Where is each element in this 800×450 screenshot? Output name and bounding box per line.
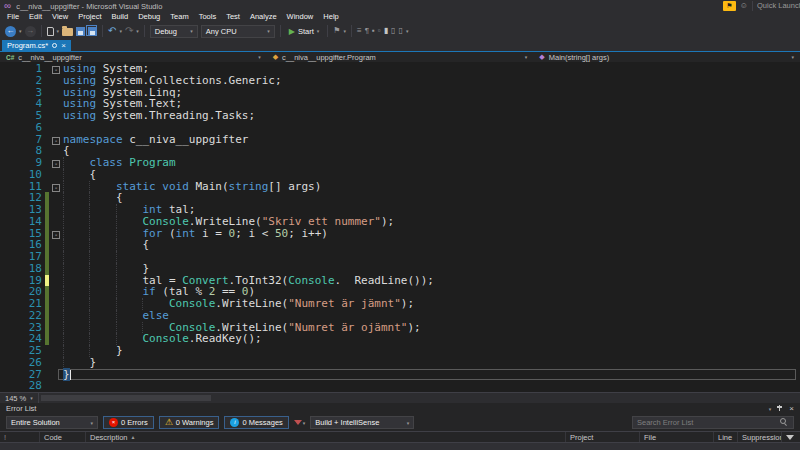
toolbar-separator xyxy=(144,25,145,37)
solution-platform-value: Any CPU xyxy=(206,27,237,36)
menu-debug[interactable]: Debug xyxy=(133,12,165,22)
navigate-backward-icon[interactable]: ← xyxy=(5,26,16,37)
type-dropdown[interactable]: ◆ c__niva__uppgifter.Program ▾ xyxy=(267,52,534,62)
column-header-description[interactable]: Description▲ xyxy=(86,432,566,442)
close-window-icon[interactable]: × xyxy=(789,404,794,413)
code-line-26[interactable]: 26 } xyxy=(0,357,800,369)
notifications-flag-icon[interactable]: ⚑ xyxy=(723,1,736,11)
tab-program-cs[interactable]: Program.cs* × xyxy=(2,40,71,51)
search-error-list-input[interactable]: Search Error List xyxy=(632,416,794,429)
code-line-16[interactable]: 16 { xyxy=(0,239,800,251)
code-line-25[interactable]: 25 } xyxy=(0,345,800,357)
menu-build[interactable]: Build xyxy=(107,12,134,22)
new-file-dropdown-icon[interactable]: ▾ xyxy=(57,28,60,34)
code-line-5[interactable]: 5using System.Threading.Tasks; xyxy=(0,110,800,122)
change-tracking-bar xyxy=(45,357,49,369)
close-tab-icon[interactable]: × xyxy=(61,42,66,50)
menu-tools[interactable]: Tools xyxy=(194,12,222,22)
menu-edit[interactable]: Edit xyxy=(24,12,47,22)
column-header-line[interactable]: Line xyxy=(714,432,738,442)
redo-dropdown-icon[interactable]: ▾ xyxy=(136,28,139,34)
next-bookmark-icon[interactable]: ▯ xyxy=(399,25,403,37)
code-line-7[interactable]: 7-namespace c__niva__uppgifter xyxy=(0,134,800,146)
scope-dropdown[interactable]: Entire Solution ▾ xyxy=(6,416,98,429)
code-line-28[interactable]: 28 xyxy=(0,380,800,392)
menu-analyze[interactable]: Analyze xyxy=(245,12,282,22)
editor-bottom-bar: 145 % ▾ xyxy=(0,392,800,403)
uncomment-icon[interactable]: ▫ xyxy=(378,25,381,37)
column-header-file[interactable]: File xyxy=(640,432,714,442)
menu-file[interactable]: File xyxy=(2,12,24,22)
change-tracking-bar xyxy=(45,169,49,181)
menu-team[interactable]: Team xyxy=(165,12,193,22)
toolbar-options-icon[interactable]: ▾ xyxy=(406,28,409,34)
type-name: c__niva__uppgifter.Program xyxy=(282,53,376,62)
indent-icon[interactable]: ¶ xyxy=(365,25,369,37)
column-header-code[interactable]: Code xyxy=(40,432,86,442)
feedback-smiley-icon[interactable]: ☺ xyxy=(740,1,748,11)
warnings-count-label: 0 Warnings xyxy=(176,418,214,427)
code-editor[interactable]: 1-using System;2using System.Collections… xyxy=(0,63,800,392)
previous-bookmark-icon[interactable]: ▯ xyxy=(391,25,395,37)
warnings-filter-button[interactable]: ⚠ 0 Warnings xyxy=(159,416,220,429)
column-header-project[interactable]: Project xyxy=(566,432,640,442)
line-number: 5 xyxy=(0,110,42,122)
class-icon: ◆ xyxy=(273,53,278,61)
bookmark-icon[interactable]: ▮ xyxy=(384,25,388,37)
pin-window-icon[interactable] xyxy=(777,405,783,412)
menu-help[interactable]: Help xyxy=(318,12,343,22)
open-file-icon[interactable] xyxy=(62,28,73,36)
editor-zoom-dropdown[interactable]: 145 % ▾ xyxy=(0,393,39,403)
clear-filter-button[interactable]: ▾ xyxy=(294,420,306,426)
menu-project[interactable]: Project xyxy=(73,12,106,22)
column-header-suppression-st[interactable]: Suppression St... xyxy=(738,432,782,442)
pin-tab-icon[interactable] xyxy=(52,43,57,48)
solution-configurations-dropdown[interactable]: Debug▾ xyxy=(150,25,198,38)
change-tracking-bar xyxy=(45,286,49,298)
new-file-icon[interactable] xyxy=(47,27,54,36)
navigate-forward-icon[interactable]: → xyxy=(25,26,36,37)
menu-window[interactable]: Window xyxy=(282,12,319,22)
flag-icon[interactable]: ⚑ xyxy=(333,25,340,37)
window-position-dropdown-icon[interactable]: ▾ xyxy=(769,406,772,412)
error-list-title-bar[interactable]: Error List ▾ × xyxy=(0,403,800,414)
navigate-dropdown-icon[interactable]: ▾ xyxy=(19,28,22,34)
collapse-region-icon[interactable]: - xyxy=(52,184,60,192)
undo-dropdown-icon[interactable]: ▾ xyxy=(119,28,122,34)
outlining-margin: - xyxy=(49,63,63,75)
project-dropdown[interactable]: C# c__niva__uppgifter ▾ xyxy=(0,52,267,62)
member-dropdown[interactable]: ◆ Main(string[] args) ▾ xyxy=(533,52,800,62)
errors-filter-button[interactable]: × 0 Errors xyxy=(103,416,154,429)
change-tracking-bar xyxy=(45,110,49,122)
column-filter-icon[interactable] xyxy=(782,432,800,442)
toolbar-separator xyxy=(102,25,103,37)
member-name: Main(string[] args) xyxy=(549,53,609,62)
solution-platforms-dropdown[interactable]: Any CPU▾ xyxy=(201,25,275,38)
code-line-27[interactable]: 27} xyxy=(0,369,800,381)
collapse-region-icon[interactable]: - xyxy=(52,231,60,239)
undo-icon[interactable]: ↶ xyxy=(108,26,116,36)
horizontal-scrollbar[interactable] xyxy=(39,393,800,403)
change-tracking-bar xyxy=(45,333,49,345)
collapse-region-icon[interactable]: - xyxy=(52,160,60,168)
chevron-down-icon[interactable]: ▾ xyxy=(344,28,347,34)
menu-view[interactable]: View xyxy=(47,12,73,22)
change-tracking-bar xyxy=(45,122,49,134)
code-line-9[interactable]: 9- class Program xyxy=(0,157,800,169)
start-debugging-button[interactable]: ▶ Start ▾ xyxy=(286,27,323,36)
messages-filter-button[interactable]: i 0 Messages xyxy=(224,416,288,429)
redo-icon[interactable]: ↷ xyxy=(125,26,133,36)
build-intellisense-dropdown[interactable]: Build + IntelliSense ▾ xyxy=(310,416,414,429)
severity-column-header[interactable]: ! xyxy=(0,432,40,442)
member-list-icon[interactable]: ≡ xyxy=(357,25,362,37)
quick-launch-input[interactable]: Quick Launch xyxy=(752,1,800,11)
change-tracking-bar xyxy=(45,263,49,275)
save-all-icon[interactable] xyxy=(88,27,97,36)
menu-test[interactable]: Test xyxy=(221,12,245,22)
collapse-region-icon[interactable]: - xyxy=(52,66,60,74)
save-icon[interactable] xyxy=(76,27,85,36)
comment-icon[interactable]: ▪ xyxy=(372,25,375,37)
collapse-region-icon[interactable]: - xyxy=(52,137,60,145)
error-list-body[interactable] xyxy=(0,443,800,450)
scrollbar-thumb[interactable] xyxy=(41,395,211,401)
